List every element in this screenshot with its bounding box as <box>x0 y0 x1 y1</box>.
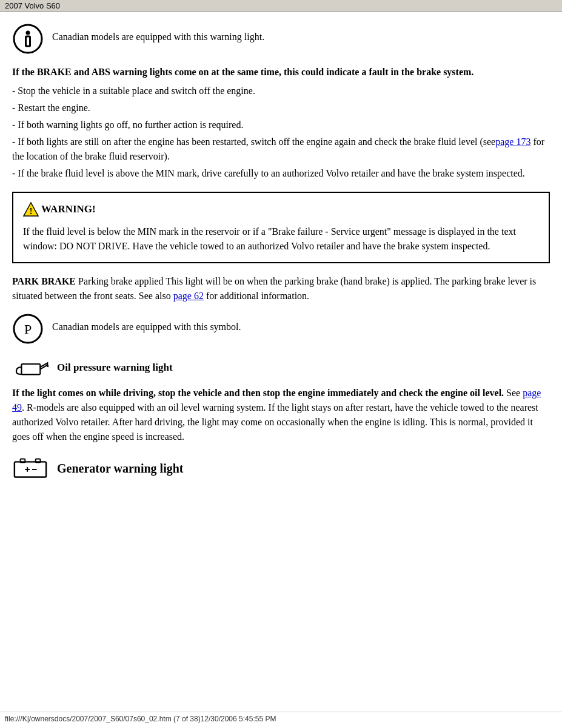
generator-battery-icon <box>12 456 49 480</box>
oil-pressure-heading: If the light comes on while driving, sto… <box>12 388 504 398</box>
canadian-warning-note: Canadian models are equipped with this w… <box>12 23 550 55</box>
p-circle-icon: P <box>12 313 44 345</box>
svg-rect-2 <box>26 36 30 46</box>
oil-pressure-header: Oil pressure warning light <box>12 357 550 379</box>
page-62-link[interactable]: page 62 <box>173 291 204 301</box>
svg-rect-11 <box>21 459 25 463</box>
svg-rect-10 <box>15 462 46 477</box>
brake-item-1: - Stop the vehicle in a suitable place a… <box>12 84 550 98</box>
svg-text:P: P <box>24 322 32 337</box>
title-bar: 2007 Volvo S60 <box>0 0 562 12</box>
brake-item-3: - If both warning lights go off, no furt… <box>12 118 550 132</box>
warning-body: If the fluid level is below the MIN mark… <box>23 224 539 254</box>
brake-item-4: - If both lights are still on after the … <box>12 135 550 164</box>
canadian-p-text: Canadian models are equipped with this s… <box>52 320 241 334</box>
svg-rect-7 <box>21 364 40 374</box>
generator-title: Generator warning light <box>57 462 184 476</box>
brake-item-5: - If the brake fluid level is above the … <box>12 166 550 181</box>
oil-can-icon <box>12 357 49 379</box>
brake-item-2: - Restart the engine. <box>12 101 550 115</box>
page-173-link[interactable]: page 173 <box>495 136 530 147</box>
footer: file:///K|/ownersdocs/2007/2007_S60/07s6… <box>0 712 562 726</box>
canadian-p-note: P Canadian models are equipped with this… <box>12 313 550 345</box>
svg-point-0 <box>14 25 42 53</box>
footer-text: file:///K|/ownersdocs/2007/2007_S60/07s6… <box>5 715 276 723</box>
canadian-warning-text: Canadian models are equipped with this w… <box>52 30 264 44</box>
oil-pressure-body: If the light comes on while driving, sto… <box>12 386 550 444</box>
generator-section: Generator warning light <box>12 456 550 480</box>
warning-box: ! WARNING! If the fluid level is below t… <box>12 192 550 263</box>
park-brake-section: PARK BRAKE Parking brake applied This li… <box>12 274 550 303</box>
generator-header: Generator warning light <box>12 456 550 480</box>
svg-rect-12 <box>36 459 41 463</box>
warning-triangle-icon: ! <box>23 201 39 217</box>
title-text: 2007 Volvo S60 <box>5 1 60 10</box>
brake-heading: If the BRAKE and ABS warning lights come… <box>12 66 550 79</box>
brake-section: If the BRAKE and ABS warning lights come… <box>12 66 550 181</box>
svg-text:!: ! <box>30 207 33 216</box>
oil-pressure-section: Oil pressure warning light If the light … <box>12 357 550 444</box>
svg-point-1 <box>26 31 30 35</box>
warning-title: ! WARNING! <box>23 201 539 217</box>
park-brake-label: PARK BRAKE <box>12 276 76 286</box>
oil-pressure-title: Oil pressure warning light <box>57 362 173 374</box>
info-circle-icon <box>12 23 44 55</box>
park-brake-text: PARK BRAKE Parking brake applied This li… <box>12 274 550 303</box>
